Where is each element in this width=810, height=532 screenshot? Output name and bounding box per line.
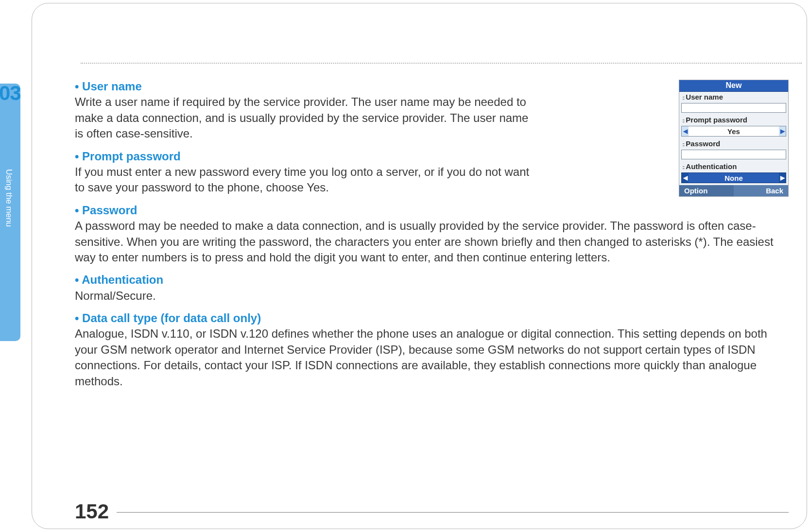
section-body: A password may be needed to make a data … <box>75 218 789 265</box>
section-title: • Password <box>75 203 789 218</box>
phone-label-password: ::Password <box>679 138 788 149</box>
phone-softkeys: Option Back <box>679 185 788 196</box>
phone-label-prompt-password: ::Prompt password <box>679 115 788 125</box>
page-number: 152 <box>75 500 109 523</box>
header-divider <box>81 63 802 64</box>
section-body: If you must enter a new password every t… <box>75 164 532 196</box>
chapter-title: Using the menu <box>4 169 14 227</box>
right-arrow-icon[interactable]: ▶ <box>779 126 786 136</box>
section: • PasswordA password may be needed to ma… <box>75 203 789 266</box>
chapter-tab: 03 Using the menu <box>0 84 20 341</box>
phone-select-authentication[interactable]: ◀ None ▶ <box>681 172 786 183</box>
section: • AuthenticationNormal/Secure. <box>75 272 789 304</box>
left-arrow-icon[interactable]: ◀ <box>682 126 689 136</box>
phone-prompt-password-value: Yes <box>689 127 779 136</box>
phone-select-prompt-password[interactable]: ◀ Yes ▶ <box>681 126 786 137</box>
section-title: • Data call type (for data call only) <box>75 310 789 326</box>
phone-authentication-value: None <box>689 174 779 182</box>
left-arrow-icon[interactable]: ◀ <box>682 173 689 183</box>
phone-input-username[interactable] <box>681 103 786 113</box>
softkey-left[interactable]: Option <box>679 185 734 196</box>
chapter-number: 03 <box>0 82 21 105</box>
section-body: Write a user name if required by the ser… <box>75 94 532 141</box>
footer-line <box>117 512 789 513</box>
softkey-right[interactable]: Back <box>734 185 788 196</box>
section-body: Normal/Secure. <box>75 288 789 304</box>
right-arrow-icon[interactable]: ▶ <box>779 173 786 183</box>
phone-title: New <box>679 80 788 92</box>
phone-input-password[interactable] <box>681 150 786 159</box>
phone-label-authentication: ::Authentication <box>679 161 788 172</box>
section: • Data call type (for data call only)Ana… <box>75 310 789 389</box>
section-title: • Prompt password <box>75 149 532 164</box>
section-body: Analogue, ISDN v.110, or ISDN v.120 defi… <box>75 326 789 389</box>
section-title: • User name <box>75 79 532 94</box>
phone-label-username: ::User name <box>679 92 788 102</box>
phone-screenshot: New ::User name ::Prompt password ◀ Yes … <box>679 80 789 197</box>
section-title: • Authentication <box>75 272 789 288</box>
